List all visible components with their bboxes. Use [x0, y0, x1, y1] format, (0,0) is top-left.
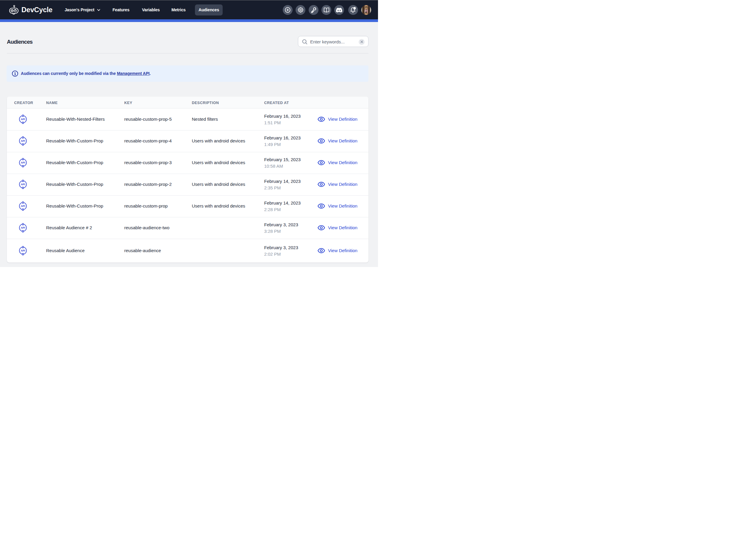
svg-text:API: API: [21, 161, 25, 164]
svg-text:API: API: [21, 118, 25, 121]
svg-text:API: API: [21, 205, 25, 208]
svg-text:API: API: [21, 226, 25, 229]
svg-text:API: API: [21, 183, 25, 186]
svg-text:API: API: [21, 140, 25, 142]
svg-text:API: API: [21, 249, 25, 252]
